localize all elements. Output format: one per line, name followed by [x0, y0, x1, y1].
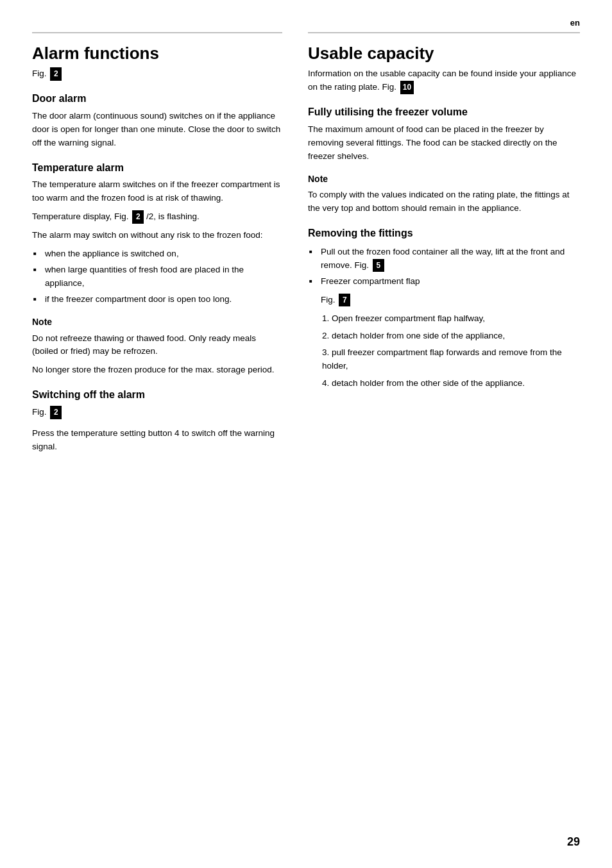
- removing-fittings-title: Removing the fittings: [308, 227, 580, 240]
- temp-display-prefix: Temperature display, Fig.: [32, 212, 129, 221]
- switching-fig-label: Fig.: [32, 407, 47, 417]
- fully-utilising-text: The maximum amount of food can be placed…: [308, 123, 580, 163]
- flap-fig-badge: 7: [339, 294, 350, 307]
- right-column: Usable capacity Information on the usabl…: [308, 32, 580, 459]
- flap-fig-line: Fig. 7: [308, 294, 580, 307]
- two-column-layout: Alarm functions Fig. 2 Door alarm The do…: [32, 32, 580, 459]
- fig-label-1: Fig.: [32, 69, 47, 78]
- numbered-steps-list: 1. Open freezer compartment flap halfway…: [318, 312, 580, 391]
- removing-bullet-1: Pull out the frozen food container all t…: [308, 246, 580, 272]
- fully-utilising-title: Fully utilising the freezer volume: [308, 106, 580, 119]
- step-2: 2. detach holder from one side of the ap…: [318, 330, 580, 343]
- switching-off-text: Press the temperature setting button 4 t…: [32, 427, 282, 454]
- fully-note-title: Note: [308, 172, 580, 187]
- flap-fig-label: Fig.: [321, 295, 336, 305]
- intro-text: Information on the usable capacity can b…: [308, 69, 576, 92]
- door-alarm-text: The door alarm (continuous sound) switch…: [32, 110, 282, 150]
- step-4: 4. detach holder from the other side of …: [318, 377, 580, 390]
- temp-fig-badge: 2: [132, 210, 144, 224]
- alarm-functions-title: Alarm functions: [32, 44, 282, 63]
- temp-note-2: No longer store the frozen produce for t…: [32, 363, 282, 377]
- pull-out-text-prefix: Pull out the frozen food container all t…: [321, 247, 565, 270]
- alarm-may-text: The alarm may switch on without any risk…: [32, 229, 282, 242]
- switching-fig-badge: 2: [50, 406, 62, 419]
- alarm-bullets: when the appliance is switched on, when …: [32, 247, 282, 306]
- page-number: 29: [567, 835, 580, 849]
- intro-fig-badge: 10: [400, 81, 414, 94]
- usable-capacity-title: Usable capacity: [308, 44, 580, 63]
- alarm-fig-line: Fig. 2: [32, 67, 282, 81]
- temperature-alarm-text: The temperature alarm switches on if the…: [32, 178, 282, 205]
- fully-note-text: To comply with the values indicated on t…: [308, 188, 580, 215]
- bullet-item-3: if the freezer compartment door is open …: [32, 293, 282, 306]
- page-container: en Alarm functions Fig. 2 Door alarm The…: [0, 0, 612, 868]
- left-column: Alarm functions Fig. 2 Door alarm The do…: [32, 32, 282, 459]
- temp-display-line: Temperature display, Fig. 2 /2, is flash…: [32, 210, 282, 224]
- temperature-alarm-title: Temperature alarm: [32, 162, 282, 175]
- temp-display-suffix: /2, is flashing.: [146, 212, 200, 221]
- fig-badge-2: 2: [50, 67, 62, 81]
- right-divider: [308, 32, 580, 33]
- language-label: en: [570, 18, 580, 28]
- temp-note-title: Note: [32, 315, 282, 330]
- step-1: 1. Open freezer compartment flap halfway…: [318, 312, 580, 326]
- temp-note-1: Do not refreeze thawing or thawed food. …: [32, 332, 282, 359]
- bullet-item-2: when large quantities of fresh food are …: [32, 263, 282, 290]
- switching-off-title: Switching off the alarm: [32, 388, 282, 402]
- bullet-item-1: when the appliance is switched on,: [32, 247, 282, 261]
- door-alarm-title: Door alarm: [32, 92, 282, 106]
- removing-bullet-2: Freezer compartment flap: [308, 275, 580, 288]
- pull-out-fig-badge: 5: [373, 259, 384, 272]
- step-3: 3. pull freezer compartment flap forward…: [318, 346, 580, 373]
- usable-capacity-intro: Information on the usable capacity can b…: [308, 67, 580, 94]
- removing-bullets: Pull out the frozen food container all t…: [308, 246, 580, 288]
- switching-fig-line: Fig. 2: [32, 406, 282, 419]
- left-divider: [32, 32, 282, 33]
